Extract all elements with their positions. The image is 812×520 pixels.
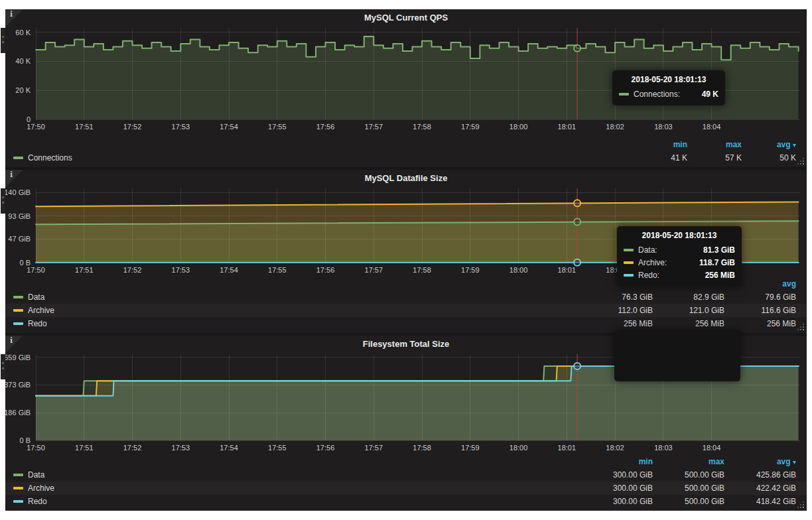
x-axis-tick-label: 18:01: [558, 123, 576, 131]
tooltip-row-archive: Archive: 118.7 GiB: [624, 256, 735, 269]
panel-title[interactable]: MySQL Current QPS: [5, 9, 807, 24]
series-color-icon: [13, 322, 23, 325]
tooltip-row-data: Data: 81.3 GiB: [624, 243, 735, 256]
x-axis-tick-label: 17:50: [27, 123, 45, 131]
series-color-icon: [13, 500, 23, 503]
x-axis-tick-label: 18:01: [558, 266, 576, 274]
series-color-icon: [621, 344, 631, 346]
y-axis-tick-label: 40 K: [15, 57, 31, 65]
x-axis-tick-label: 18:00: [509, 266, 528, 274]
legend-sort-min[interactable]: min: [633, 140, 687, 149]
tooltip-row-archive: [621, 351, 734, 363]
series-color-icon: [624, 274, 634, 277]
x-axis-tick-label: 17:58: [413, 444, 431, 452]
legend-item-data[interactable]: Data: [5, 470, 581, 480]
series-color-icon: [13, 309, 23, 312]
legend: min max avg ▾ Connections 41 K 57 K 50 K: [5, 138, 807, 167]
legend-row-archive: Archive 300.00 GiB 500.00 GiB 422.42 GiB: [5, 482, 807, 495]
series-color-icon: [624, 261, 634, 264]
x-axis-tick-label: 18:02: [606, 444, 624, 452]
series-color-icon: [13, 487, 23, 489]
x-axis-tick-label: 17:50: [27, 266, 45, 274]
stat-min: 300.00 GiB: [581, 470, 653, 480]
stat-min: 76.3 GiB: [581, 292, 653, 302]
stat-avg: 418.42 GiB: [724, 497, 807, 506]
x-axis-tick-label: 17:58: [413, 266, 431, 274]
stat-avg: 256 MiB: [724, 319, 807, 328]
series-color-icon: [13, 296, 23, 298]
stat-max: 256 MiB: [653, 319, 724, 328]
panel-info-corner[interactable]: i: [5, 170, 23, 187]
x-axis-tick-label: 17:54: [220, 266, 238, 274]
tooltip-value: 81.3 GiB: [703, 245, 735, 255]
x-axis-tick-label: 18:00: [509, 444, 528, 452]
tooltip-qps: 2018-05-20 18:01:13 Connections: 49 K: [612, 70, 725, 105]
panel-resize-handle[interactable]: [797, 501, 805, 509]
legend-sort-min[interactable]: min: [581, 457, 653, 466]
x-axis-tick-label: 17:53: [172, 123, 190, 131]
panel-resize-handle[interactable]: [797, 323, 805, 332]
stat-min: 112.0 GiB: [581, 306, 653, 315]
tooltip-timestamp: 2018-05-20 18:01:13: [619, 75, 718, 88]
tooltip-datafile: 2018-05-20 18:01:13 Data: 81.3 GiB Archi…: [617, 226, 742, 287]
legend-row-redo: Redo 300.00 GiB 500.00 GiB 418.42 GiB: [5, 495, 807, 508]
legend-item-connections[interactable]: Connections: [5, 153, 633, 162]
legend-row-data: Data 76.3 GiB 82.9 GiB 79.6 GiB: [5, 291, 807, 304]
x-axis-tick-label: 17:52: [123, 123, 142, 131]
x-axis-tick-label: 18:02: [606, 123, 624, 131]
stat-avg: 425.86 GiB: [724, 470, 807, 480]
stat-max: 500.00 GiB: [653, 497, 724, 506]
x-axis-tick-label: 17:56: [316, 266, 335, 274]
legend-sort-avg[interactable]: avg ▾: [742, 140, 807, 149]
tooltip-row-connections: Connections: 49 K: [619, 88, 718, 100]
y-axis-tick-label: 140 GiB: [5, 188, 31, 196]
legend-sort-avg[interactable]: avg ▾: [724, 457, 807, 466]
panel-resize-handle[interactable]: [797, 157, 805, 166]
x-axis-tick-label: 17:59: [461, 444, 480, 452]
crosshair-marker: [574, 219, 580, 226]
legend-item-redo[interactable]: Redo: [5, 497, 581, 506]
x-axis-tick-label: 17:55: [268, 444, 287, 452]
panel-drag-handle[interactable]: [1, 188, 5, 214]
panel-info-corner[interactable]: i: [5, 9, 23, 27]
legend-sort-max[interactable]: max: [687, 140, 742, 149]
panel-info-corner[interactable]: i: [5, 336, 23, 353]
x-axis-tick-label: 17:57: [365, 266, 383, 274]
legend-item-redo[interactable]: Redo: [5, 319, 581, 328]
panel-title[interactable]: MySQL Datafile Size: [5, 170, 807, 184]
crosshair-marker: [574, 200, 580, 206]
legend-row-connections: Connections 41 K 57 K 50 K: [5, 151, 807, 164]
series-color-icon: [619, 93, 629, 96]
x-axis-tick-label: 18:00: [509, 123, 528, 131]
panel-drag-handle[interactable]: [1, 354, 5, 379]
info-icon: i: [10, 336, 13, 345]
x-axis-tick-label: 17:53: [172, 444, 190, 452]
x-axis-tick-label: 17:56: [316, 123, 335, 131]
legend-item-archive[interactable]: Archive: [5, 306, 581, 315]
x-axis-tick-label: 17:53: [172, 266, 190, 274]
stat-avg: 116.6 GiB: [724, 306, 807, 315]
x-axis-tick-label: 18:03: [654, 123, 673, 131]
info-icon: i: [10, 170, 13, 179]
sort-caret-icon: ▾: [793, 458, 796, 466]
series-color-icon: [621, 356, 631, 359]
stat-max: 121.0 GiB: [653, 306, 724, 315]
stat-min: 256 MiB: [581, 319, 653, 328]
legend-item-archive[interactable]: Archive: [5, 484, 581, 493]
info-icon: i: [10, 10, 13, 19]
tooltip-value: 118.7 GiB: [699, 258, 735, 267]
legend-item-data[interactable]: Data: [5, 292, 581, 302]
y-axis-tick-label: 373 GiB: [5, 381, 31, 389]
series-color-icon: [13, 157, 23, 159]
x-axis-tick-label: 17:52: [123, 266, 142, 274]
legend-sort-max[interactable]: max: [653, 457, 724, 466]
x-axis-tick-label: 17:56: [316, 444, 335, 452]
x-axis-tick-label: 17:50: [27, 444, 45, 452]
panel-drag-handle[interactable]: [1, 28, 5, 53]
legend-row-data: Data 300.00 GiB 500.00 GiB 425.86 GiB: [5, 468, 807, 482]
series-color-icon: [13, 474, 23, 476]
series-color-icon: [624, 249, 634, 251]
stat-max: 500.00 GiB: [653, 484, 724, 493]
tooltip-value: 49 K: [702, 90, 718, 99]
stat-min: 300.00 GiB: [581, 484, 653, 493]
